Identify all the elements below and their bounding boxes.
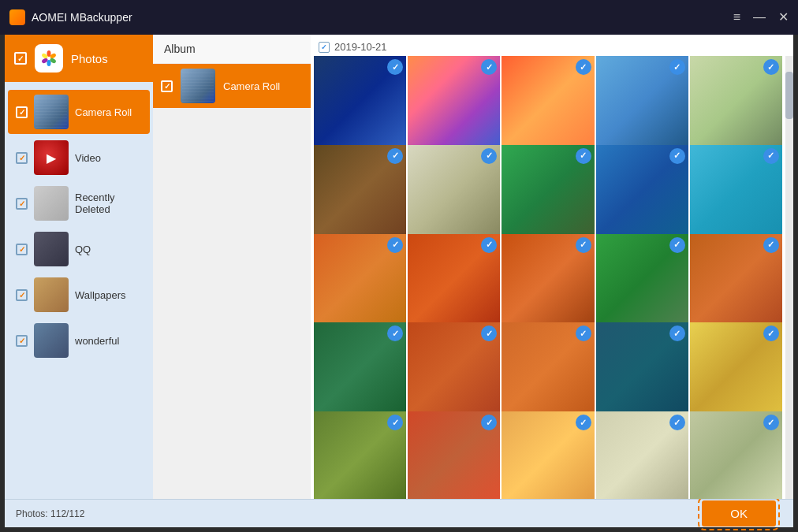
app-title: AOMEI MBackupper <box>32 11 132 24</box>
photos-app-icon <box>35 44 63 73</box>
photo-21[interactable]: ✓ <box>314 411 406 499</box>
video-thumb: ▶ <box>34 140 69 175</box>
photo-17[interactable]: ✓ <box>408 322 500 415</box>
photo-19[interactable]: ✓ <box>596 322 688 415</box>
camera-roll-panel-label: Camera Roll <box>223 80 280 92</box>
date-checkbox[interactable]: ✓ <box>319 42 330 53</box>
ok-button[interactable]: OK <box>702 500 776 526</box>
camera-roll-checkbox[interactable]: ✓ <box>16 106 28 118</box>
album-panel-header: Album <box>153 35 311 64</box>
scrollbar-track[interactable] <box>785 56 793 499</box>
scrollbar-thumb[interactable] <box>785 72 793 119</box>
photo-13[interactable]: ✓ <box>502 234 594 326</box>
date-section: ✓ 2019-10-21 <box>311 35 793 56</box>
statusbar: Photos: 112/112 OK <box>5 499 793 527</box>
photo-10[interactable]: ✓ <box>690 145 782 237</box>
photo-4[interactable]: ✓ <box>596 56 688 148</box>
titlebar-left: AOMEI MBackupper <box>9 9 132 25</box>
minimize-button[interactable]: — <box>753 11 766 24</box>
recently-deleted-label: Recently Deleted <box>75 192 142 215</box>
video-label: Video <box>75 152 142 164</box>
sidebar-header: ✓ <box>5 35 153 82</box>
recently-deleted-checkbox[interactable]: ✓ <box>16 198 28 210</box>
photo-20[interactable]: ✓ <box>690 322 782 415</box>
photo-grid-panel: ✓ 2019-10-21 ✓ ✓ ✓ ✓ ✓ ✓ ✓ ✓ ✓ ✓ <box>311 35 793 499</box>
status-text: Photos: 112/112 <box>16 508 84 519</box>
close-button[interactable]: ✕ <box>778 11 789 24</box>
photo-6[interactable]: ✓ <box>314 145 406 237</box>
camera-roll-thumb <box>34 95 69 129</box>
photo-23[interactable]: ✓ <box>502 411 594 499</box>
photo-3[interactable]: ✓ <box>502 56 594 148</box>
photo-24[interactable]: ✓ <box>596 411 688 499</box>
sidebar-item-recently-deleted[interactable]: ✓ Recently Deleted <box>8 181 150 225</box>
photo-8[interactable]: ✓ <box>502 145 594 237</box>
wallpapers-label: Wallpapers <box>75 289 142 301</box>
photo-2[interactable]: ✓ <box>408 56 500 148</box>
wallpapers-checkbox[interactable]: ✓ <box>16 289 28 301</box>
menu-button[interactable]: ≡ <box>733 11 740 24</box>
album-item-checkbox[interactable]: ✓ <box>161 80 173 92</box>
app-icon <box>9 9 25 25</box>
sidebar-item-qq[interactable]: ✓ QQ <box>8 227 150 271</box>
qq-checkbox[interactable]: ✓ <box>16 244 28 255</box>
photo-7[interactable]: ✓ <box>408 145 500 237</box>
sidebar-list: ✓ Camera Roll ✓ ▶ Video <box>5 82 153 499</box>
photo-15[interactable]: ✓ <box>690 234 782 326</box>
wallpapers-thumb <box>34 277 69 312</box>
photo-18[interactable]: ✓ <box>502 322 594 415</box>
qq-label: QQ <box>75 244 142 255</box>
photo-5[interactable]: ✓ <box>690 56 782 148</box>
photos-checkbox[interactable]: ✓ <box>14 52 27 65</box>
svg-point-4 <box>47 60 51 66</box>
titlebar: AOMEI MBackupper ≡ — ✕ <box>0 0 798 35</box>
album-section: Album ✓ Camera Roll <box>153 35 311 499</box>
qq-thumb <box>34 232 69 266</box>
wonderful-checkbox[interactable]: ✓ <box>16 335 28 347</box>
date-label: 2019-10-21 <box>334 41 387 53</box>
photo-25[interactable]: ✓ <box>690 411 782 499</box>
album-panel-camera-roll[interactable]: ✓ Camera Roll <box>153 64 311 108</box>
photo-14[interactable]: ✓ <box>596 234 688 326</box>
sidebar: ✓ <box>5 35 153 499</box>
sidebar-item-video[interactable]: ✓ ▶ Video <box>8 136 150 180</box>
camera-roll-label: Camera Roll <box>75 106 142 118</box>
camera-roll-panel-thumb <box>181 69 215 103</box>
sidebar-photos-label: Photos <box>71 52 108 65</box>
recently-deleted-thumb <box>34 186 69 221</box>
photo-9[interactable]: ✓ <box>596 145 688 237</box>
sidebar-item-wonderful[interactable]: ✓ wonderful <box>8 318 150 363</box>
sidebar-item-camera-roll[interactable]: ✓ Camera Roll <box>8 90 150 134</box>
main-window: ✓ <box>5 35 793 527</box>
photo-grid: ✓ ✓ ✓ ✓ ✓ ✓ ✓ ✓ ✓ ✓ ✓ ✓ ✓ ✓ ✓ <box>311 56 785 499</box>
content-area: ✓ <box>5 35 793 499</box>
sidebar-item-wallpapers[interactable]: ✓ Wallpapers <box>8 273 150 317</box>
video-checkbox[interactable]: ✓ <box>16 152 28 164</box>
photo-12[interactable]: ✓ <box>408 234 500 326</box>
wonderful-label: wonderful <box>75 335 142 347</box>
photo-1[interactable]: ✓ <box>314 56 406 148</box>
grid-scroll-area: ✓ ✓ ✓ ✓ ✓ ✓ ✓ ✓ ✓ ✓ ✓ ✓ ✓ ✓ ✓ <box>311 56 793 499</box>
wonderful-thumb <box>34 323 69 358</box>
photo-22[interactable]: ✓ <box>408 411 500 499</box>
ok-button-area: OK <box>702 500 782 526</box>
photo-16[interactable]: ✓ <box>314 322 406 415</box>
svg-point-1 <box>47 50 51 57</box>
photo-11[interactable]: ✓ <box>314 234 406 326</box>
titlebar-controls: ≡ — ✕ <box>733 11 789 24</box>
